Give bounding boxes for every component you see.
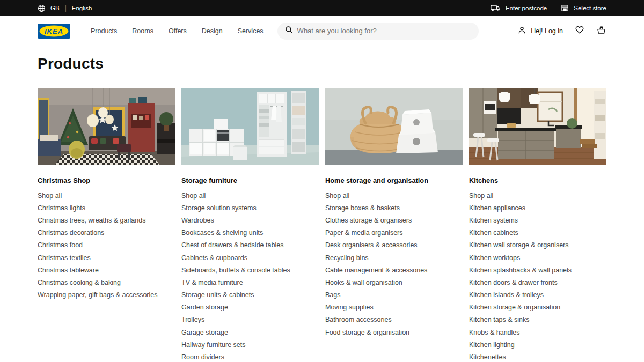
category-links: Shop allChristmas lightsChristmas trees,… — [38, 189, 175, 301]
category-link[interactable]: Bathroom accessories — [325, 314, 463, 326]
category-link[interactable]: Christmas textiles — [38, 252, 175, 264]
category-link[interactable]: Christmas cooking & baking — [38, 276, 175, 289]
category-link[interactable]: Cable management & accessories — [325, 264, 463, 276]
christmas-living-room-photo — [38, 88, 175, 165]
ikea-logo[interactable]: IKEA — [38, 24, 70, 39]
category-link[interactable]: Hooks & wall organisation — [325, 276, 463, 289]
category-link[interactable]: Garden storage — [181, 301, 319, 314]
person-icon — [517, 26, 526, 36]
nav-products[interactable]: Products — [83, 23, 125, 39]
category-link[interactable]: Storage boxes & baskets — [325, 202, 463, 214]
category-link[interactable]: Kitchen worktops — [469, 252, 606, 264]
category-link[interactable]: Christmas tableware — [38, 264, 175, 276]
delivery-truck-icon — [491, 4, 501, 12]
category-link[interactable]: Food storage & organisation — [325, 326, 463, 338]
category-link[interactable]: Recycling bins — [325, 252, 463, 264]
category-column-kitchens: Kitchens Shop allKitchen appliancesKitch… — [469, 88, 606, 362]
login-button[interactable]: Hej! Log in — [517, 26, 563, 36]
category-link[interactable]: Cabinets & cupboards — [181, 252, 319, 264]
search-bar[interactable] — [277, 23, 479, 40]
select-store-label: Select store — [574, 5, 606, 11]
category-link[interactable]: Knobs & handles — [469, 326, 606, 338]
category-link[interactable]: Wrapping paper, gift bags & accessories — [38, 289, 175, 301]
category-link[interactable]: Kitchenettes — [469, 351, 606, 362]
language-selector[interactable]: GB | English — [38, 4, 92, 12]
category-link[interactable]: Wardrobes — [181, 214, 319, 226]
search-input[interactable] — [297, 27, 471, 35]
country-code: GB — [50, 5, 60, 11]
category-column-storage-furniture: Storage furniture Shop allStorage soluti… — [181, 88, 319, 362]
category-column-christmas-shop: Christmas Shop Shop allChristmas lightsC… — [38, 88, 175, 362]
category-link[interactable]: Clothes storage & organisers — [325, 214, 463, 226]
category-link[interactable]: Kitchen lighting — [469, 338, 606, 351]
category-link[interactable]: Hallway furniture sets — [181, 338, 319, 351]
category-link[interactable]: Kitchen storage & organisation — [469, 301, 606, 314]
category-link[interactable]: Shop all — [181, 189, 319, 202]
category-links: Shop allStorage solution systemsWardrobe… — [181, 189, 319, 362]
category-title[interactable]: Kitchens — [469, 176, 606, 184]
category-link[interactable]: Trolleys — [181, 314, 319, 326]
page-title: Products — [38, 55, 606, 72]
category-link[interactable]: Shop all — [325, 189, 463, 202]
login-label: Hej! Log in — [531, 27, 563, 35]
nav-offers[interactable]: Offers — [161, 23, 194, 39]
enter-postcode-button[interactable]: Enter postcode — [491, 4, 547, 12]
category-link[interactable]: Christmas lights — [38, 202, 175, 214]
category-column-home-storage: Home storage and organisation Shop allSt… — [325, 88, 463, 362]
category-link[interactable]: Moving supplies — [325, 301, 463, 314]
svg-text:IKEA: IKEA — [45, 27, 63, 35]
category-link[interactable]: Kitchen splashbacks & wall panels — [469, 264, 606, 276]
category-links: Shop allStorage boxes & basketsClothes s… — [325, 189, 463, 338]
utility-bar: GB | English Enter postcode S — [0, 0, 644, 16]
storefront-icon — [561, 4, 569, 12]
magnifier-icon — [285, 26, 293, 36]
category-link[interactable]: Storage solution systems — [181, 202, 319, 214]
category-link[interactable]: Bags — [325, 289, 463, 301]
category-link[interactable]: Shop all — [469, 189, 606, 202]
shopping-bag-icon — [596, 25, 606, 36]
category-grid: Christmas Shop Shop allChristmas lightsC… — [38, 88, 606, 362]
cart-button[interactable] — [596, 25, 606, 36]
category-image-storage-furniture[interactable] — [181, 88, 319, 165]
category-link[interactable]: Storage units & cabinets — [181, 289, 319, 301]
category-link[interactable]: Kitchen systems — [469, 214, 606, 226]
category-link[interactable]: Kitchen doors & drawer fronts — [469, 276, 606, 289]
category-title[interactable]: Home storage and organisation — [325, 176, 463, 184]
category-image-home-storage[interactable] — [325, 88, 463, 165]
enter-postcode-label: Enter postcode — [506, 5, 547, 11]
category-link[interactable]: Kitchen wall storage & organisers — [469, 239, 606, 252]
category-link[interactable]: Kitchen cabinets — [469, 227, 606, 239]
kitchen-interior-photo — [469, 88, 606, 165]
white-storage-units-photo — [181, 88, 319, 165]
category-link[interactable]: Kitchen appliances — [469, 202, 606, 214]
category-link[interactable]: Desk organisers & accessories — [325, 239, 463, 252]
category-link[interactable]: Shop all — [38, 189, 175, 202]
select-store-button[interactable]: Select store — [561, 4, 606, 12]
language-label: English — [72, 5, 92, 11]
primary-nav: Products Rooms Offers Design Services — [83, 23, 271, 39]
category-links: Shop allKitchen appliancesKitchen system… — [469, 189, 606, 362]
category-image-christmas-shop[interactable] — [38, 88, 175, 165]
divider: | — [64, 4, 67, 12]
nav-services[interactable]: Services — [230, 23, 271, 39]
category-title[interactable]: Storage furniture — [181, 176, 319, 184]
category-link[interactable]: Kitchen islands & trolleys — [469, 289, 606, 301]
category-link[interactable]: Sideboards, buffets & console tables — [181, 264, 319, 276]
category-link[interactable]: Christmas food — [38, 239, 175, 252]
category-image-kitchens[interactable] — [469, 88, 606, 165]
category-link[interactable]: Paper & media organisers — [325, 227, 463, 239]
category-link[interactable]: Garage storage — [181, 326, 319, 338]
main-header: IKEA Products Rooms Offers Design Servic… — [0, 16, 644, 46]
category-link[interactable]: Chest of drawers & bedside tables — [181, 239, 319, 252]
category-link[interactable]: Christmas decorations — [38, 227, 175, 239]
category-title[interactable]: Christmas Shop — [38, 176, 175, 184]
globe-icon — [38, 4, 46, 12]
category-link[interactable]: Bookcases & shelving units — [181, 227, 319, 239]
nav-design[interactable]: Design — [194, 23, 230, 39]
category-link[interactable]: TV & media furniture — [181, 276, 319, 289]
nav-rooms[interactable]: Rooms — [125, 23, 161, 39]
category-link[interactable]: Room dividers — [181, 351, 319, 362]
category-link[interactable]: Kitchen taps & sinks — [469, 314, 606, 326]
category-link[interactable]: Christmas trees, wreaths & garlands — [38, 214, 175, 226]
favourites-button[interactable] — [575, 25, 584, 36]
